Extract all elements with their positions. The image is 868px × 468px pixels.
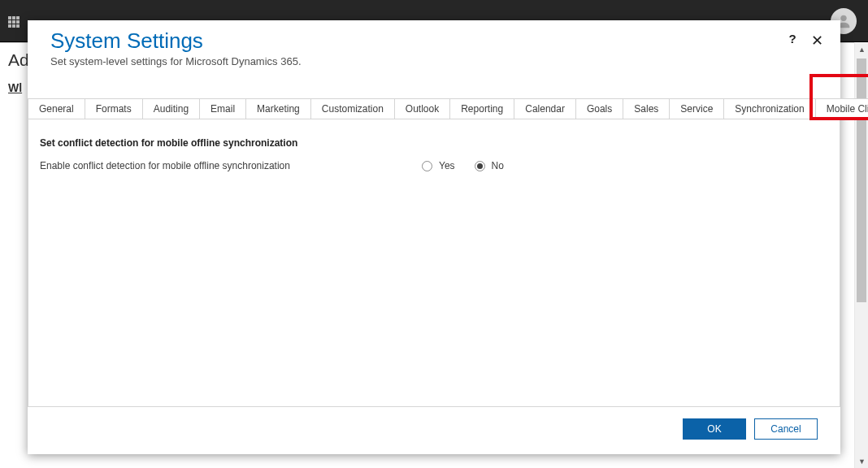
help-icon[interactable]: ? bbox=[783, 32, 801, 50]
system-settings-dialog: System Settings Set system-level setting… bbox=[28, 20, 840, 454]
tab-auditing[interactable]: Auditing bbox=[143, 98, 200, 119]
tab-email[interactable]: Email bbox=[200, 98, 246, 119]
backdrop-link-fragment: Wl bbox=[8, 81, 22, 94]
tab-marketing[interactable]: Marketing bbox=[246, 98, 311, 119]
radio-no[interactable] bbox=[475, 161, 485, 171]
tab-calendar[interactable]: Calendar bbox=[514, 98, 576, 119]
tab-reporting[interactable]: Reporting bbox=[450, 98, 514, 119]
tab-outlook[interactable]: Outlook bbox=[395, 98, 450, 119]
cancel-button[interactable]: Cancel bbox=[754, 418, 818, 440]
backdrop-title-fragment: Ad bbox=[8, 50, 29, 70]
tab-content: Set conflict detection for mobile offlin… bbox=[28, 119, 840, 407]
radio-yes-label: Yes bbox=[439, 160, 455, 171]
tab-goals[interactable]: Goals bbox=[576, 98, 623, 119]
app-launcher-icon[interactable] bbox=[8, 16, 20, 28]
radio-no-label: No bbox=[492, 160, 504, 171]
tab-service[interactable]: Service bbox=[670, 98, 724, 119]
tab-customization[interactable]: Customization bbox=[311, 98, 395, 119]
tab-formats[interactable]: Formats bbox=[85, 98, 143, 119]
dialog-title: System Settings bbox=[50, 28, 818, 54]
dialog-header: System Settings Set system-level setting… bbox=[28, 20, 840, 71]
scroll-down-icon[interactable]: ▼ bbox=[855, 454, 868, 468]
close-icon[interactable]: ✕ bbox=[808, 32, 826, 50]
dialog-subtitle: Set system-level settings for Microsoft … bbox=[50, 55, 818, 67]
dialog-footer: OK Cancel bbox=[28, 407, 840, 454]
tab-general[interactable]: General bbox=[28, 98, 85, 119]
field-label: Enable conflict detection for mobile off… bbox=[40, 160, 422, 171]
tab-sales[interactable]: Sales bbox=[623, 98, 670, 119]
tab-mobile-client[interactable]: Mobile Client bbox=[816, 98, 868, 119]
svg-point-0 bbox=[840, 15, 846, 21]
scroll-up-icon[interactable]: ▲ bbox=[855, 42, 868, 56]
radio-group: Yes No bbox=[422, 160, 519, 171]
tab-synchronization[interactable]: Synchronization bbox=[724, 98, 815, 119]
tab-bar: GeneralFormatsAuditingEmailMarketingCust… bbox=[28, 98, 840, 119]
field-row: Enable conflict detection for mobile off… bbox=[40, 160, 828, 171]
radio-yes[interactable] bbox=[422, 161, 432, 171]
scroll-thumb[interactable] bbox=[857, 58, 866, 302]
ok-button[interactable]: OK bbox=[683, 418, 746, 440]
section-title: Set conflict detection for mobile offlin… bbox=[40, 137, 828, 149]
